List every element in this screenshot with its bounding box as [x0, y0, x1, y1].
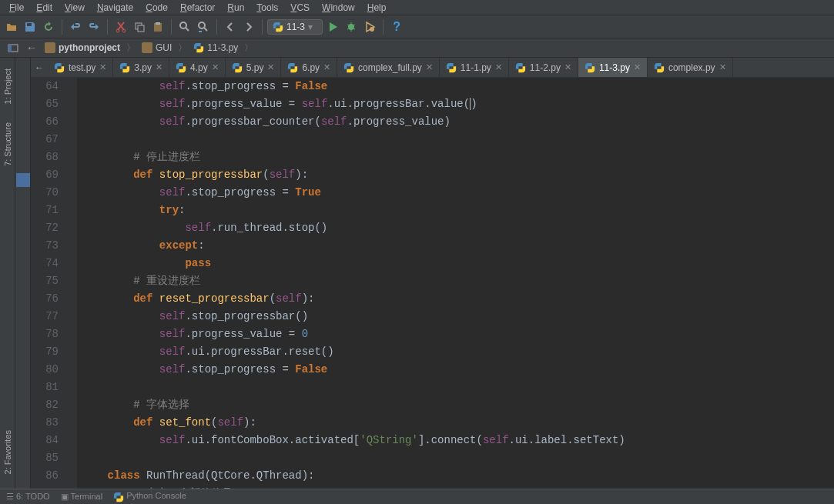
chevron-right-icon: 〉	[243, 42, 255, 55]
breadcrumb: ← pythonproject 〉 GUI 〉 11-3.py 〉	[0, 38, 834, 58]
left-pane-collapsed	[15, 58, 31, 504]
file-tab[interactable]: complex_full.py✕	[337, 58, 440, 77]
back-icon[interactable]	[222, 18, 239, 35]
tab-label: 11-1.py	[461, 62, 491, 73]
code-editor[interactable]: 6465666768697071727374757677787980818283…	[31, 78, 834, 504]
folder-icon	[142, 42, 152, 53]
tab-label: 4.py	[190, 62, 208, 73]
file-tab[interactable]: 11-3.py✕	[578, 58, 648, 77]
run-tests-icon[interactable]	[361, 18, 378, 35]
close-icon[interactable]: ✕	[267, 62, 274, 72]
chevron-right-icon: 〉	[176, 42, 189, 55]
svg-rect-6	[156, 22, 160, 25]
crumb-project[interactable]: pythonproject	[42, 41, 123, 55]
status-console[interactable]: Python Console	[113, 491, 186, 502]
separator	[62, 19, 62, 35]
tab-label: 11-2.py	[530, 62, 561, 73]
menu-view[interactable]: View	[59, 1, 91, 14]
menu-code[interactable]: Code	[139, 1, 174, 14]
refresh-icon[interactable]	[40, 18, 57, 35]
tab-left-icon[interactable]: ←	[23, 39, 40, 56]
python-icon	[193, 42, 204, 53]
file-tab[interactable]: 6.py✕	[281, 58, 337, 77]
menu-run[interactable]: Run	[221, 1, 250, 14]
menu-navigate[interactable]: Navigate	[91, 1, 139, 14]
close-icon[interactable]: ✕	[564, 62, 571, 72]
menu-bar: FileEditViewNavigateCodeRefactorRunTools…	[0, 0, 834, 15]
chevron-down-icon: ▾	[308, 22, 313, 32]
python-icon	[176, 62, 186, 73]
svg-point-9	[348, 24, 354, 30]
menu-window[interactable]: Window	[316, 1, 361, 14]
menu-edit[interactable]: Edit	[30, 1, 59, 14]
cut-icon[interactable]	[112, 18, 129, 35]
save-icon[interactable]	[22, 18, 39, 35]
menu-file[interactable]: File	[3, 1, 30, 14]
python-icon	[446, 62, 457, 73]
tab-scroll-left-icon[interactable]: ←	[31, 59, 48, 76]
file-tab[interactable]: 11-1.py✕	[440, 58, 509, 77]
close-icon[interactable]: ✕	[99, 62, 106, 72]
chevron-right-icon: 〉	[125, 42, 137, 55]
file-tab[interactable]: 3.py✕	[113, 58, 169, 77]
line-number-gutter: 6465666768697071727374757677787980818283…	[31, 78, 68, 504]
separator	[216, 19, 217, 35]
collapse-icon[interactable]	[5, 39, 22, 56]
sidebar-tab-project[interactable]: 1: Project	[2, 65, 14, 107]
close-icon[interactable]: ✕	[634, 62, 641, 72]
status-terminal[interactable]: ▣ Terminal	[61, 492, 102, 502]
close-icon[interactable]: ✕	[212, 62, 219, 72]
redo-icon[interactable]	[85, 18, 102, 35]
menu-help[interactable]: Help	[361, 1, 393, 14]
svg-point-8	[199, 22, 205, 28]
replace-icon[interactable]	[195, 18, 212, 35]
paste-icon[interactable]	[149, 18, 166, 35]
undo-icon[interactable]	[67, 18, 84, 35]
file-tab[interactable]: test.py✕	[48, 58, 113, 77]
main-area: 1: Project 7: Structure 2: Favorites ← t…	[0, 58, 834, 504]
help-icon[interactable]: ?	[388, 18, 405, 35]
close-icon[interactable]: ✕	[156, 62, 162, 72]
tab-label: complex.py	[668, 62, 715, 73]
editor-area: ← test.py✕3.py✕4.py✕5.py✕6.py✕complex_fu…	[31, 58, 834, 504]
separator	[171, 19, 172, 35]
menu-tools[interactable]: Tools	[250, 1, 284, 14]
sidebar-tab-favorites[interactable]: 2: Favorites	[2, 427, 14, 477]
tab-label: 5.py	[246, 62, 264, 73]
active-indicator	[16, 173, 30, 187]
file-tab[interactable]: 11-2.py✕	[509, 58, 578, 77]
separator	[262, 19, 263, 35]
menu-vcs[interactable]: VCS	[284, 1, 316, 14]
folder-icon	[45, 42, 55, 53]
svg-point-10	[370, 27, 374, 32]
forward-icon[interactable]	[240, 18, 257, 35]
crumb-folder[interactable]: GUI	[139, 41, 175, 55]
tab-label: 11-3.py	[599, 62, 630, 73]
close-icon[interactable]: ✕	[426, 62, 433, 72]
sidebar-tab-structure[interactable]: 7: Structure	[2, 119, 14, 169]
python-icon	[232, 62, 243, 73]
status-todo[interactable]: ☰ 6: TODO	[6, 492, 50, 502]
close-icon[interactable]: ✕	[323, 62, 330, 72]
python-icon	[343, 62, 354, 73]
left-tool-gutter: 1: Project 7: Structure 2: Favorites	[0, 58, 15, 504]
run-icon[interactable]	[324, 18, 341, 35]
tab-label: complex_full.py	[358, 62, 422, 73]
open-icon[interactable]	[3, 18, 20, 35]
close-icon[interactable]: ✕	[495, 62, 502, 72]
crumb-file[interactable]: 11-3.py	[190, 41, 241, 55]
debug-icon[interactable]	[343, 18, 360, 35]
find-icon[interactable]	[176, 18, 193, 35]
source-text[interactable]: self.stop_progress = False self.progress…	[77, 78, 834, 504]
separator	[107, 19, 108, 35]
tab-label: 3.py	[134, 62, 152, 73]
run-config-selector[interactable]: 11-3 ▾	[267, 19, 323, 35]
file-tab[interactable]: 5.py✕	[226, 58, 282, 77]
svg-point-7	[180, 22, 186, 28]
file-tab[interactable]: complex.py✕	[648, 58, 733, 77]
file-tab[interactable]: 4.py✕	[169, 58, 226, 77]
copy-icon[interactable]	[131, 18, 148, 35]
python-icon	[287, 62, 298, 73]
close-icon[interactable]: ✕	[719, 62, 726, 72]
menu-refactor[interactable]: Refactor	[174, 1, 221, 14]
